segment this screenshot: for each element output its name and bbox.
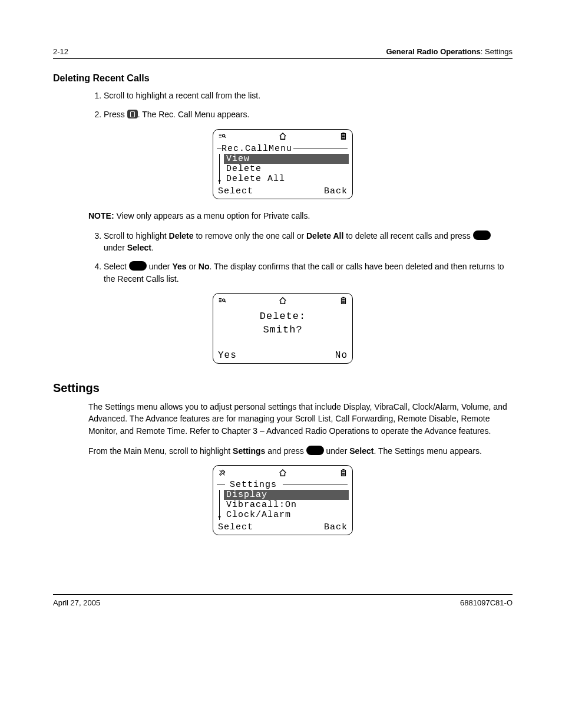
lcd1-soft-left: Select [218, 186, 253, 196]
heading-deleting-recent-calls: Deleting Recent Calls [53, 73, 513, 84]
signal-icon [218, 132, 226, 142]
signal-icon [218, 297, 226, 307]
svg-rect-12 [342, 301, 345, 302]
sp2-f: . The Settings menu appears. [373, 446, 481, 456]
heading-settings: Settings [53, 381, 513, 395]
softkey-icon [129, 261, 147, 271]
lcd1-item-view: View [224, 154, 349, 164]
svg-line-1 [224, 137, 226, 138]
lcd3-item-vibracall: Vibracall:On [224, 500, 349, 510]
lcd1-softkeys: Select Back [217, 186, 349, 196]
settings-para-1: The Settings menu allows you to adjust p… [88, 401, 513, 437]
note-label: NOTE: [88, 211, 114, 220]
svg-rect-6 [342, 138, 345, 139]
lcd2-softkeys: Yes No [217, 350, 349, 361]
lcd3-item-clock: Clock/Alarm [224, 510, 349, 520]
lcd-status-row [217, 132, 349, 143]
step-3: Scroll to highlight Delete to remove onl… [104, 230, 513, 254]
step-2: Press . The Rec. Call Menu appears. [104, 108, 513, 120]
step-1-text: Scroll to highlight a recent call from t… [104, 91, 260, 100]
page-footer: April 27, 2005 6881097C81-O [53, 594, 513, 607]
lcd1-title: Rec.CallMenu [222, 144, 292, 154]
svg-rect-16 [342, 471, 345, 472]
step-2-text-a: Press [104, 110, 127, 119]
arrow-down-icon: ▾ [217, 178, 222, 185]
battery-icon [339, 132, 348, 142]
sp2-c: and press [265, 446, 306, 456]
svg-rect-10 [342, 297, 345, 298]
lcd3-soft-left: Select [218, 522, 253, 532]
battery-icon [339, 297, 348, 307]
step-3-g: Select [127, 243, 151, 252]
step-3-b: Delete [169, 231, 194, 241]
svg-rect-18 [342, 474, 345, 475]
tool-icon [218, 469, 226, 479]
step-1: Scroll to highlight a recent call from t… [104, 90, 513, 101]
header-breadcrumb: General Radio Operations: Settings [386, 47, 513, 56]
step-4-c: Yes [172, 262, 186, 271]
step-3-a: Scroll to highlight [104, 231, 169, 241]
step-3-d: Delete All [306, 231, 343, 241]
sp2-e: Select [349, 446, 373, 456]
home-icon [279, 469, 287, 479]
lcd-title-row: Rec.CallMenu [217, 144, 349, 154]
home-icon [279, 132, 287, 142]
step-4-d: or [187, 262, 199, 271]
step-3-h: . [151, 243, 154, 252]
header-section-rest: : Settings [481, 47, 513, 56]
step-3-c: to remove only the one call or [194, 231, 306, 241]
lcd2-line1: Delete: [217, 310, 349, 324]
steps-list-1: Scroll to highlight a recent call from t… [88, 90, 513, 121]
svg-rect-11 [342, 299, 345, 300]
svg-rect-13 [342, 302, 345, 303]
lcd-status-row [217, 296, 349, 307]
svg-point-7 [223, 299, 225, 301]
lcd3-soft-right: Back [324, 522, 348, 532]
lcd2-soft-right: No [335, 350, 348, 361]
lcd3-title-row: Settings [217, 480, 349, 490]
battery-icon [339, 469, 348, 479]
lcd3-softkeys: Select Back [217, 522, 349, 532]
svg-line-8 [224, 301, 226, 302]
svg-point-0 [223, 134, 225, 137]
lcd3-menu-body: ▾ Display Vibracall:On Clock/Alarm [217, 490, 349, 520]
step-3-f: under [104, 243, 127, 252]
lcd2-line2: Smith? [217, 324, 349, 337]
svg-rect-5 [342, 136, 345, 137]
softkey-icon [306, 446, 324, 455]
step-2-text-b: . The Rec. Call Menu appears. [138, 110, 250, 119]
svg-rect-3 [342, 133, 345, 134]
menu-key-icon [127, 110, 138, 118]
lcd3-item-display: Display [224, 490, 349, 500]
sp2-b: Settings [233, 446, 265, 456]
footer-docnum: 6881097C81-O [460, 598, 513, 607]
lcd1-menu-body: ▾ View Delete Delete All [217, 154, 349, 184]
steps-list-2: Scroll to highlight Delete to remove onl… [88, 230, 513, 285]
note-row: NOTE: View only appears as a menu option… [88, 210, 513, 222]
lcd2-body: Delete: Smith? [217, 307, 349, 348]
step-4-b: under [147, 262, 173, 271]
lcd1-item-delete-all: Delete All [224, 174, 349, 184]
sp2-a: From the Main Menu, scroll to highlight [88, 446, 233, 456]
header-section-bold: General Radio Operations [386, 47, 480, 56]
svg-rect-15 [342, 469, 345, 470]
note-text: View only appears as a menu option for P… [116, 211, 310, 220]
lcd3-title: Settings [230, 480, 277, 490]
svg-rect-17 [342, 473, 345, 474]
lcd-status-row [217, 468, 349, 479]
lcd-rec-call-menu: Rec.CallMenu ▾ View Delete Delete All Se… [213, 129, 353, 199]
softkey-icon [473, 230, 491, 240]
lcd-settings-menu: Settings ▾ Display Vibracall:On Clock/Al… [213, 465, 353, 535]
step-4: Select under Yes or No. The display conf… [104, 261, 513, 285]
lcd1-item-delete: Delete [224, 164, 349, 174]
step-4-e: No [199, 262, 210, 271]
home-icon [279, 297, 287, 307]
page-number: 2-12 [53, 47, 68, 56]
footer-date: April 27, 2005 [53, 598, 100, 607]
sp2-d: under [324, 446, 350, 456]
step-4-a: Select [104, 262, 129, 271]
lcd1-soft-right: Back [324, 186, 348, 196]
settings-para-2: From the Main Menu, scroll to highlight … [88, 445, 513, 457]
svg-rect-4 [342, 134, 345, 136]
step-3-e: to delete all recent calls and press [343, 231, 472, 241]
